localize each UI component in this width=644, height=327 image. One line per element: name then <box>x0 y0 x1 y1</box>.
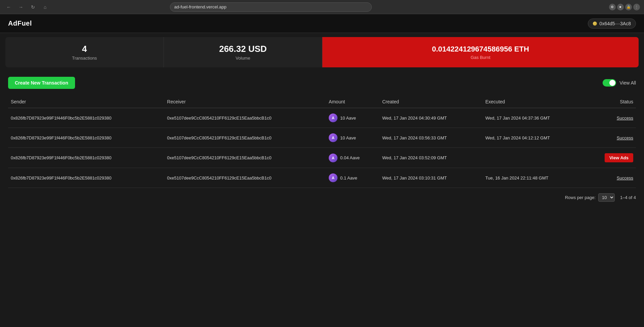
url-text: ad-fuel-frontend.vercel.app <box>174 4 226 9</box>
volume-label: Volume <box>236 56 250 61</box>
reload-button[interactable]: ↻ <box>28 2 38 12</box>
token-icon: A <box>329 154 337 162</box>
token-icon: A <box>329 173 337 182</box>
page-info: 1–4 of 4 <box>620 195 636 200</box>
forward-button[interactable]: → <box>16 2 26 12</box>
browser-extension-icons: ⚙ ★ 🔒 ⋮ <box>609 4 640 10</box>
browser-chrome: ← → ↻ ⌂ ad-fuel-frontend.vercel.app ⚙ ★ … <box>0 0 644 14</box>
token-icon: A <box>329 113 337 122</box>
stats-row: 4 Transactions 266.32 USD Volume 0.01422… <box>5 37 639 67</box>
wallet-address: 0x64d5····3Ac8 <box>600 21 631 26</box>
transactions-label: Transactions <box>72 56 97 61</box>
cell-created: Wed, 17 Jan 2024 03:52:09 GMT <box>380 148 483 168</box>
gas-value: 0.014224129674586956 ETH <box>432 45 529 54</box>
ext-icon-3[interactable]: 🔒 <box>625 4 632 10</box>
cell-amount: A 0.1 Aave <box>326 168 380 188</box>
home-button[interactable]: ⌂ <box>40 2 50 12</box>
cell-amount: A 10 Aave <box>326 128 380 148</box>
cell-executed: Wed, 17 Jan 2024 04:12:12 GMT <box>483 128 586 148</box>
col-receiver: Receiver <box>165 96 326 108</box>
app-header: AdFuel 0x64d5····3Ac8 <box>0 14 644 33</box>
rows-per-page-control: Rows per page: 10 25 50 <box>565 193 615 202</box>
gas-label: Gas Burnt <box>471 55 491 60</box>
cell-amount: A 10 Aave <box>326 108 380 128</box>
amount-value: 10 Aave <box>340 135 356 140</box>
cell-executed: Wed, 17 Jan 2024 04:37:36 GMT <box>483 108 586 128</box>
amount-value: 10 Aave <box>340 116 356 121</box>
col-status: Status <box>586 96 636 108</box>
transactions-value: 4 <box>82 44 87 54</box>
cell-amount: A 0.04 Aave <box>326 148 380 168</box>
table-header: Sender Receiver Amount Created Executed … <box>8 96 636 108</box>
transactions-table: Sender Receiver Amount Created Executed … <box>8 96 636 188</box>
ext-icon-1[interactable]: ⚙ <box>609 4 616 10</box>
cell-executed: Tue, 16 Jan 2024 22:11:48 GMT <box>483 168 586 188</box>
ext-icon-2[interactable]: ★ <box>617 4 624 10</box>
cell-receiver: 0xe5107dee9CcC8054210FF6129cE15Eaa5bbcB1… <box>165 168 326 188</box>
col-created: Created <box>380 96 483 108</box>
transactions-stat: 4 Transactions <box>5 37 164 67</box>
status-success-link[interactable]: Success <box>617 135 633 140</box>
gas-stat: 0.014224129674586956 ETH Gas Burnt <box>322 37 639 67</box>
status-success-link[interactable]: Success <box>617 116 633 121</box>
cell-created: Wed, 17 Jan 2024 04:30:49 GMT <box>380 108 483 128</box>
cell-executed <box>483 148 586 168</box>
create-transaction-button[interactable]: Create New Transaction <box>8 77 75 89</box>
cell-status[interactable]: Success <box>586 128 636 148</box>
view-all-label: View All <box>619 80 636 86</box>
col-executed: Executed <box>483 96 586 108</box>
table-row: 0x826fb7D87923e99F1f446F0bc5b2E5881c0293… <box>8 108 636 128</box>
pagination: Rows per page: 10 25 50 1–4 of 4 <box>8 188 636 207</box>
volume-stat: 266.32 USD Volume <box>164 37 322 67</box>
col-amount: Amount <box>326 96 380 108</box>
table-body: 0x826fb7D87923e99F1f446F0bc5b2E5881c0293… <box>8 108 636 188</box>
back-button[interactable]: ← <box>4 2 13 12</box>
wallet-dot-icon <box>593 22 597 26</box>
col-sender: Sender <box>8 96 165 108</box>
cell-receiver: 0xe5107dee9CcC8054210FF6129cE15Eaa5bbcB1… <box>165 148 326 168</box>
cell-status[interactable]: View Ads <box>586 148 636 168</box>
address-bar[interactable]: ad-fuel-frontend.vercel.app <box>170 2 372 12</box>
cell-receiver: 0xe5107dee9CcC8054210FF6129cE15Eaa5bbcB1… <box>165 128 326 148</box>
cell-sender: 0x826fb7D87923e99F1f446F0bc5b2E5881c0293… <box>8 168 165 188</box>
main-content: Create New Transaction View All Sender R… <box>0 71 644 212</box>
table: Sender Receiver Amount Created Executed … <box>8 96 636 188</box>
cell-receiver: 0xe5107dee9CcC8054210FF6129cE15Eaa5bbcB1… <box>165 108 326 128</box>
view-all-switch[interactable] <box>603 79 616 87</box>
amount-value: 0.1 Aave <box>340 175 357 181</box>
cell-sender: 0x826fb7D87923e99F1f446F0bc5b2E5881c0293… <box>8 108 165 128</box>
toolbar: Create New Transaction View All <box>8 77 636 89</box>
cell-sender: 0x826fb7D87923e99F1f446F0bc5b2E5881c0293… <box>8 128 165 148</box>
table-row: 0x826fb7D87923e99F1f446F0bc5b2E5881c0293… <box>8 168 636 188</box>
view-all-toggle: View All <box>603 79 636 87</box>
cell-sender: 0x826fb7D87923e99F1f446F0bc5b2E5881c0293… <box>8 148 165 168</box>
table-row: 0x826fb7D87923e99F1f446F0bc5b2E5881c0293… <box>8 128 636 148</box>
rows-per-page-label: Rows per page: <box>565 195 596 200</box>
token-icon: A <box>329 133 337 142</box>
amount-value: 0.04 Aave <box>340 155 360 160</box>
cell-status[interactable]: Success <box>586 168 636 188</box>
cell-status[interactable]: Success <box>586 108 636 128</box>
rows-per-page-select[interactable]: 10 25 50 <box>598 193 615 202</box>
ext-menu-button[interactable]: ⋮ <box>633 4 640 10</box>
app-logo: AdFuel <box>8 20 32 27</box>
status-success-link[interactable]: Success <box>617 175 633 181</box>
view-ads-button[interactable]: View Ads <box>605 153 633 162</box>
cell-created: Wed, 17 Jan 2024 03:56:33 GMT <box>380 128 483 148</box>
cell-created: Wed, 17 Jan 2024 03:10:31 GMT <box>380 168 483 188</box>
wallet-badge[interactable]: 0x64d5····3Ac8 <box>588 19 636 29</box>
volume-value: 266.32 USD <box>219 44 267 54</box>
table-row: 0x826fb7D87923e99F1f446F0bc5b2E5881c0293… <box>8 148 636 168</box>
